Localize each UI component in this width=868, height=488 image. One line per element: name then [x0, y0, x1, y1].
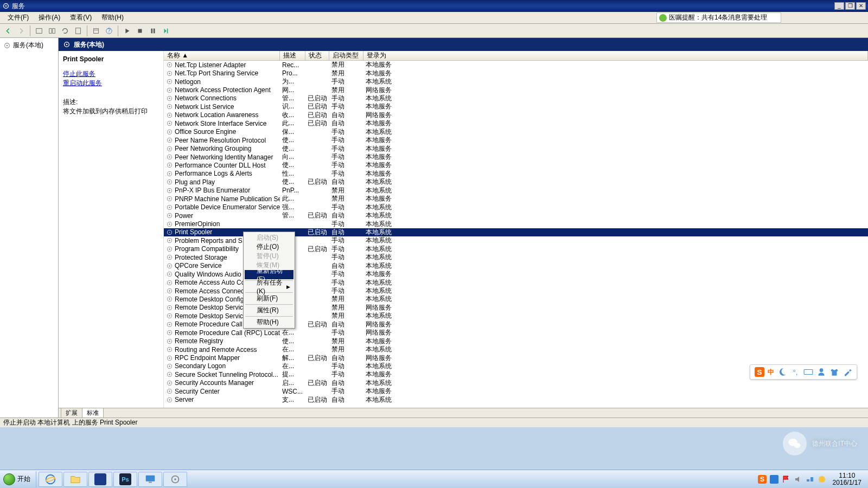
svg-point-91: [169, 357, 170, 358]
stop-service-button[interactable]: [134, 25, 146, 37]
context-item[interactable]: 停止(O): [245, 242, 293, 252]
person-icon[interactable]: [816, 367, 826, 377]
service-row[interactable]: Network Connections管...已启动手动本地系统: [164, 94, 868, 102]
menu-help[interactable]: 帮助(H): [97, 12, 128, 23]
service-row[interactable]: RPC Endpoint Mapper解...已启动自动网络服务: [164, 354, 868, 362]
restart-service-link[interactable]: 重启动此服务: [63, 79, 159, 88]
toolbar-icon-2[interactable]: [46, 25, 58, 37]
keyboard-icon[interactable]: [803, 367, 813, 377]
help-button[interactable]: ?: [103, 25, 115, 37]
svg-point-75: [169, 290, 170, 291]
taskbar-services[interactable]: [163, 472, 187, 487]
close-button[interactable]: ✕: [856, 2, 866, 10]
tree-pane: 服务(本地): [0, 38, 59, 418]
service-row[interactable]: Security Accounts Manager启...已启动自动本地系统: [164, 379, 868, 387]
tray-volume-icon[interactable]: [794, 475, 802, 484]
service-row[interactable]: Server支...已启动自动本地系统: [164, 396, 868, 404]
service-row[interactable]: Office Source Engine保...手动本地系统: [164, 128, 868, 136]
tray-network-icon[interactable]: [806, 475, 814, 484]
tray-icon-6[interactable]: [818, 475, 826, 484]
service-row[interactable]: Network Location Awareness收...已启动自动网络服务: [164, 111, 868, 119]
forward-button[interactable]: [15, 25, 27, 37]
refresh-button[interactable]: [59, 25, 71, 37]
service-row[interactable]: Performance Logs & Alerts性...手动本地服务: [164, 170, 868, 178]
menu-action[interactable]: 操作(A): [34, 12, 65, 23]
col-desc[interactable]: 描述: [280, 51, 305, 60]
sogou-icon[interactable]: S: [755, 367, 764, 377]
properties-button[interactable]: [90, 25, 102, 37]
service-row[interactable]: Routing and Remote Access在...禁用本地系统: [164, 345, 868, 354]
export-button[interactable]: [72, 25, 84, 37]
restore-button[interactable]: ❐: [845, 2, 855, 10]
svg-rect-118: [807, 479, 809, 481]
service-row[interactable]: Remote Procedure Call (RPC) Locator在...手…: [164, 329, 868, 337]
shirt-icon[interactable]: [829, 367, 839, 377]
tray-icon-2[interactable]: [770, 475, 778, 484]
col-logon[interactable]: 登录为: [363, 51, 868, 60]
svg-point-61: [169, 232, 170, 233]
service-row[interactable]: Net.Tcp Listener AdapterRec...禁用本地服务: [164, 61, 868, 69]
tray-flag-icon[interactable]: [782, 475, 790, 484]
col-name[interactable]: 名称 ▲: [164, 51, 280, 60]
wrench-icon[interactable]: [843, 367, 852, 377]
service-row[interactable]: Network Store Interface Service此...已启动自动…: [164, 119, 868, 127]
punct-icon[interactable]: °,: [790, 367, 800, 377]
service-row[interactable]: Network Access Protection Agent网...禁用网络服…: [164, 86, 868, 94]
taskbar-explorer[interactable]: [63, 472, 87, 487]
svg-point-120: [819, 476, 825, 483]
ime-toolbar[interactable]: S 中 °,: [750, 364, 857, 380]
pause-service-button[interactable]: [147, 25, 159, 37]
stop-service-link[interactable]: 停止此服务: [63, 69, 159, 79]
notice-bar[interactable]: 医嘱提醒：共有14条消息需要处理: [656, 12, 781, 23]
svg-rect-2: [36, 28, 42, 33]
svg-point-71: [169, 273, 170, 274]
context-item[interactable]: 刷新(F): [245, 294, 293, 303]
service-row[interactable]: PnP-X IP Bus EnumeratorPnP...禁用本地系统: [164, 187, 868, 195]
moon-icon[interactable]: [777, 367, 787, 377]
context-menu: 启动(S)停止(O)暂停(U)恢复(M)重新启动(E)所有任务(K)▶刷新(F)…: [243, 232, 295, 329]
menu-view[interactable]: 查看(V): [66, 12, 96, 23]
service-row[interactable]: Peer Name Resolution Protocol使...手动本地服务: [164, 136, 868, 144]
service-row[interactable]: Netlogon为...手动本地系统: [164, 78, 868, 86]
service-row[interactable]: Portable Device Enumerator Service强...手动…: [164, 203, 868, 211]
taskbar-app-blue[interactable]: [88, 472, 112, 487]
service-row[interactable]: PremierOpinion手动本地系统: [164, 220, 868, 228]
context-item[interactable]: 所有任务(K)▶: [245, 282, 293, 291]
context-item: 启动(S): [245, 233, 293, 242]
tab-standard[interactable]: 标准: [82, 408, 104, 418]
restart-service-button[interactable]: [160, 25, 172, 37]
back-button[interactable]: [2, 25, 14, 37]
service-row[interactable]: Performance Counter DLL Host使...手动本地服务: [164, 161, 868, 169]
tray-clock[interactable]: 11:10 2016/1/17: [829, 472, 865, 486]
service-row[interactable]: Remote Registry使...禁用本地服务: [164, 337, 868, 345]
tab-extended[interactable]: 扩展: [61, 408, 82, 418]
svg-rect-3: [49, 28, 52, 33]
service-row[interactable]: Network List Service识...已启动手动本地服务: [164, 102, 868, 111]
col-status[interactable]: 状态: [305, 51, 329, 60]
menu-file[interactable]: 文件(F): [3, 12, 33, 23]
minimize-button[interactable]: _: [834, 2, 844, 10]
tree-root-services-local[interactable]: 服务(本地): [2, 40, 56, 50]
context-item[interactable]: 属性(R): [245, 306, 293, 315]
selected-service-name: Print Spooler: [63, 55, 159, 63]
context-item[interactable]: 帮助(H): [245, 318, 293, 327]
ime-lang[interactable]: 中: [768, 368, 774, 377]
service-row[interactable]: Peer Networking Identity Manager向...手动本地…: [164, 153, 868, 161]
tray-sogou-icon[interactable]: S: [758, 475, 767, 484]
service-row[interactable]: PNRP Machine Name Publication Se...此...禁…: [164, 195, 868, 203]
start-service-button[interactable]: [121, 25, 133, 37]
service-row[interactable]: Plug and Play使...已启动自动本地系统: [164, 178, 868, 186]
taskbar-ie[interactable]: [39, 472, 62, 487]
taskbar-photoshop[interactable]: Ps: [113, 472, 137, 487]
taskbar-app-monitor[interactable]: [138, 472, 162, 487]
svg-rect-105: [804, 370, 813, 375]
service-row[interactable]: Power管...已启动自动本地系统: [164, 211, 868, 220]
svg-rect-13: [154, 28, 155, 33]
service-row[interactable]: Net.Tcp Port Sharing ServicePro...禁用本地服务: [164, 69, 868, 77]
start-button[interactable]: 开始: [0, 471, 36, 487]
svg-point-35: [169, 123, 170, 124]
service-row[interactable]: Peer Networking Grouping使...手动本地服务: [164, 144, 868, 152]
service-row[interactable]: Security CenterWSC...手动本地服务: [164, 387, 868, 395]
toolbar-icon-1[interactable]: [33, 25, 45, 37]
col-startup-type[interactable]: 启动类型: [329, 51, 363, 60]
